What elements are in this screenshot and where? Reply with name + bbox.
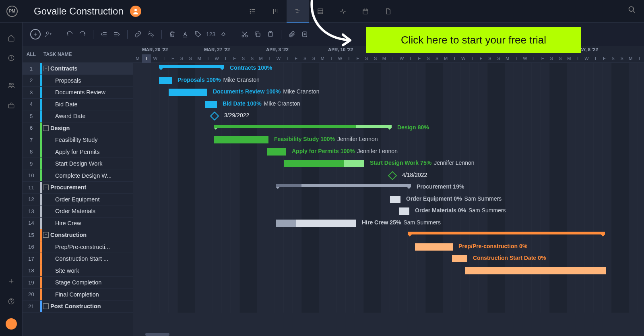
gantt-task-bar[interactable] <box>390 196 400 203</box>
row-number: 4 <box>23 98 40 110</box>
task-row[interactable]: 15−Construction <box>23 229 133 241</box>
task-row[interactable]: 7Feasibility Study <box>23 134 133 146</box>
add-icon[interactable] <box>4 274 19 288</box>
view-file-icon[interactable] <box>377 0 399 23</box>
gantt-task-bar[interactable] <box>214 136 268 143</box>
team-icon[interactable] <box>4 78 19 93</box>
task-row[interactable]: 19Stage Completion <box>23 277 133 289</box>
gantt-task-bar[interactable] <box>452 255 467 262</box>
horizontal-scrollbar[interactable] <box>145 333 169 336</box>
day-cell: F <box>477 54 485 63</box>
task-row[interactable]: 2Proposals <box>23 75 133 87</box>
gantt-task-bar[interactable] <box>465 267 606 274</box>
view-activity-icon[interactable] <box>332 0 354 23</box>
gantt-task-bar[interactable] <box>399 207 409 215</box>
task-row[interactable]: 3Documents Review <box>23 87 133 99</box>
outdent-icon[interactable] <box>97 28 110 41</box>
task-row[interactable]: 16Prep/Pre-constructi... <box>23 241 133 253</box>
gantt-task-bar[interactable] <box>169 89 207 96</box>
gantt-task-bar[interactable] <box>159 77 172 84</box>
unlink-icon[interactable] <box>144 28 157 41</box>
gantt-bar-label: Proposals100%Mike Cranston <box>178 77 260 83</box>
home-icon[interactable] <box>4 31 19 45</box>
gantt-summary-bar[interactable] <box>159 65 224 68</box>
view-calendar-icon[interactable] <box>354 0 377 23</box>
app-logo[interactable]: PM <box>6 6 18 17</box>
gantt-summary-bar[interactable] <box>408 232 605 234</box>
task-row[interactable]: 5Award Date <box>23 110 133 122</box>
expand-toggle-icon[interactable]: − <box>43 125 49 131</box>
task-list-panel: ALL TASK NAME 1−Contracts2Proposals3Docu… <box>23 46 133 336</box>
gantt-task-bar[interactable] <box>205 101 217 108</box>
cta-free-trial-button[interactable]: Click here to start your free trial <box>366 27 581 53</box>
assign-icon[interactable] <box>42 28 55 41</box>
gantt-summary-bar[interactable] <box>276 184 411 187</box>
paste-icon[interactable] <box>264 28 277 41</box>
row-color-bar <box>40 87 42 98</box>
gantt-summary-bar[interactable] <box>214 125 392 128</box>
gantt-row: Contracts100% <box>133 63 644 75</box>
column-all[interactable]: ALL <box>23 46 40 62</box>
gantt-task-bar[interactable] <box>415 243 453 251</box>
project-avatar[interactable] <box>130 6 141 17</box>
column-task-name[interactable]: TASK NAME <box>40 46 133 62</box>
gantt-task-bar[interactable] <box>267 148 286 156</box>
gantt-bar-label: Start Design Work75%Jennifer Lennon <box>370 160 475 166</box>
tag-icon[interactable] <box>192 28 204 41</box>
task-row[interactable]: 6−Design <box>23 122 133 135</box>
gantt-row: Feasibility Study100%Jennifer Lennon <box>133 134 644 146</box>
task-row[interactable]: 1−Contracts <box>23 63 133 75</box>
view-list-icon[interactable] <box>242 0 264 23</box>
svg-rect-52 <box>256 33 260 37</box>
expand-toggle-icon[interactable]: − <box>43 66 49 71</box>
day-cell: S <box>609 54 617 63</box>
row-color-bar <box>40 194 42 205</box>
gantt-task-bar[interactable] <box>284 160 364 167</box>
note-icon[interactable] <box>298 28 311 41</box>
expand-toggle-icon[interactable]: − <box>43 232 49 238</box>
task-row[interactable]: 8Apply for Permits <box>23 146 133 158</box>
undo-icon[interactable] <box>63 28 76 41</box>
gantt-row: Documents Review100%Mike Cranston <box>133 87 644 99</box>
search-icon[interactable] <box>628 6 636 15</box>
gantt-milestone-icon[interactable] <box>388 171 397 180</box>
task-row[interactable]: 9Start Design Work <box>23 158 133 170</box>
add-task-button[interactable] <box>30 29 41 39</box>
link-icon[interactable] <box>132 28 144 41</box>
day-cell: F <box>292 54 301 63</box>
text-color-icon[interactable] <box>179 28 192 41</box>
cut-icon[interactable] <box>238 28 251 41</box>
task-row[interactable]: 13Order Materials <box>23 205 133 218</box>
gantt-milestone-icon[interactable] <box>210 112 219 121</box>
delete-icon[interactable] <box>166 28 179 41</box>
user-avatar[interactable] <box>6 318 17 330</box>
briefcase-icon[interactable] <box>4 98 19 113</box>
task-row[interactable]: 4Bid Date <box>23 99 133 111</box>
task-row[interactable]: 18Site work <box>23 265 133 277</box>
view-sheet-icon[interactable] <box>309 0 332 23</box>
task-row[interactable]: 10Complete Design W... <box>23 170 133 182</box>
task-row[interactable]: 14Hire Crew <box>23 218 133 230</box>
milestone-tool-icon[interactable] <box>217 28 230 41</box>
redo-icon[interactable] <box>76 28 89 41</box>
help-icon[interactable] <box>4 294 19 309</box>
row-color-bar <box>40 301 42 312</box>
copy-icon[interactable] <box>251 28 264 41</box>
gantt-task-bar[interactable] <box>276 220 356 227</box>
task-row[interactable]: 12Order Equipment <box>23 194 133 206</box>
task-name: Order Equipment <box>55 196 102 203</box>
expand-toggle-icon[interactable]: − <box>43 303 49 309</box>
row-color-bar <box>40 75 42 87</box>
recent-icon[interactable] <box>4 51 19 65</box>
day-cell: M <box>565 54 574 63</box>
task-row[interactable]: 20Final Completion <box>23 289 133 301</box>
indent-icon[interactable] <box>110 28 123 41</box>
task-row[interactable]: 11−Procurement <box>23 182 133 194</box>
task-row[interactable]: 17Construction Start ... <box>23 253 133 265</box>
task-row[interactable]: 21−Post Construction <box>23 301 133 313</box>
expand-toggle-icon[interactable]: − <box>43 185 49 190</box>
view-gantt-icon[interactable] <box>287 0 309 23</box>
attachment-icon[interactable] <box>285 28 298 41</box>
gantt-chart[interactable]: MAR, 20 '22MAR, 27 '22APR, 3 '22APR, 10 … <box>133 46 644 336</box>
view-board-icon[interactable] <box>264 0 287 23</box>
